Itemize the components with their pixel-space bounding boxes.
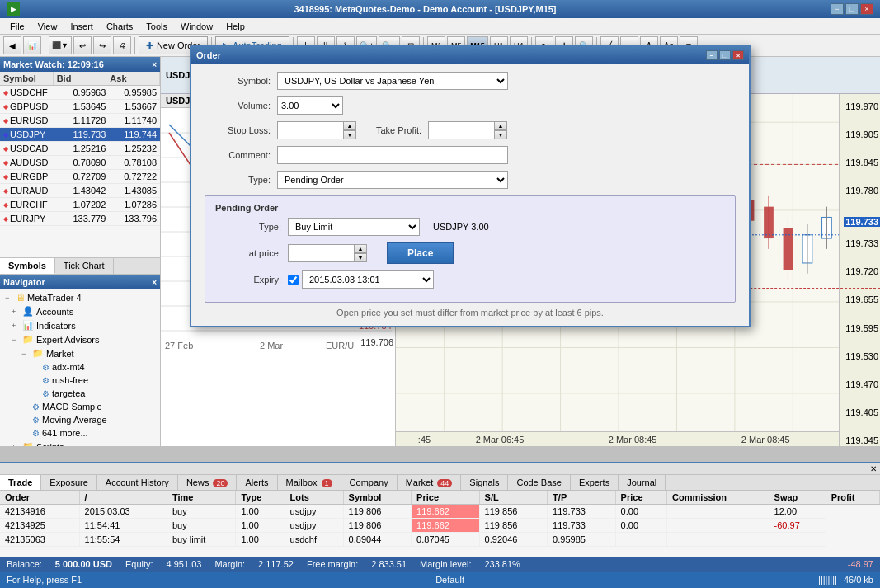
pending-type-select[interactable]: Buy Limit <box>288 218 420 236</box>
nav-item-ma[interactable]: ⚙ Moving Average <box>2 413 158 426</box>
toolbar-btn-profiles[interactable]: ⬛▼ <box>49 36 72 54</box>
symbol-select[interactable]: USDJPY, US Dollar vs Japanese Yen <box>277 72 508 90</box>
sl-up[interactable]: ▲ <box>343 121 356 130</box>
sl-down[interactable]: ▼ <box>343 130 356 139</box>
tab-signals[interactable]: Signals <box>461 475 508 490</box>
at-price-field[interactable]: 120.400 <box>288 244 354 262</box>
stop-loss-field[interactable]: 120.050 <box>277 121 343 139</box>
folder-icon-scripts: 📁 <box>22 441 34 446</box>
mw-row-usdcad[interactable]: ◆USDCAD 1.25216 1.25232 <box>0 142 160 156</box>
toolbar-btn-undo[interactable]: ↩ <box>73 36 92 54</box>
nav-item-market[interactable]: − 📁 Market <box>2 346 158 360</box>
dialog-min-btn[interactable]: − <box>706 50 718 60</box>
toolbar-btn-redo[interactable]: ↪ <box>93 36 111 54</box>
maximize-button[interactable]: □ <box>845 3 859 15</box>
separator-1 <box>45 37 45 54</box>
cell-sl-1: 119.662 <box>412 519 480 533</box>
tp-up[interactable]: ▲ <box>494 121 507 130</box>
navigator-panel: Navigator × − 🖥 MetaTrader 4 + 👤 Account… <box>0 274 160 446</box>
col-symbol: Symbol <box>0 72 54 85</box>
nav-item-scripts[interactable]: + 📁 Scripts <box>2 440 158 446</box>
tab-market[interactable]: Market 44 <box>398 475 462 490</box>
dialog-max-btn[interactable]: □ <box>719 50 731 60</box>
diamond-icon-9: ◆ <box>3 215 8 223</box>
at-price-label: at price: <box>215 248 281 258</box>
trade-row-2[interactable]: 42135063 11:55:54 buy limit 1.00 usdchf … <box>0 533 880 547</box>
mw-row-audusd[interactable]: ◆AUDUSD 0.78090 0.78108 <box>0 156 160 170</box>
trade-table: Order / Time Type Lots Symbol Price S/L … <box>0 491 880 547</box>
trade-row-1[interactable]: 42134925 11:54:41 buy 1.00 usdjpy 119.80… <box>0 519 880 533</box>
place-button[interactable]: Place <box>387 242 454 264</box>
mw-row-eurjpy[interactable]: ◆EURJPY 133.779 133.796 <box>0 212 160 226</box>
mw-row-eurusd[interactable]: ◆EURUSD 1.11728 1.11740 <box>0 114 160 128</box>
market-watch-close[interactable]: × <box>152 60 157 69</box>
close-button[interactable]: × <box>860 3 873 15</box>
toolbar-btn-chart-type[interactable]: 📊 <box>23 36 41 54</box>
mw-row-eurgbp[interactable]: ◆EURGBP 0.72709 0.72722 <box>0 170 160 184</box>
trade-table-body: 42134916 2015.03.03 buy 1.00 usdjpy 119.… <box>0 505 880 547</box>
tab-journal[interactable]: Journal <box>619 475 666 490</box>
toolbar-btn-back[interactable]: ◀ <box>3 36 21 54</box>
nav-item-targetea[interactable]: ⚙ targetea <box>2 387 158 400</box>
time-label-1: :45 <box>418 435 431 445</box>
svg-text:2 Mar: 2 Mar <box>260 341 283 350</box>
tab-account-history[interactable]: Account History <box>97 475 178 490</box>
menu-view[interactable]: View <box>31 20 64 33</box>
tab-news[interactable]: News 20 <box>178 475 238 490</box>
pending-title: Pending Order <box>215 203 725 213</box>
bottom-panel-close[interactable]: ✕ <box>867 463 880 474</box>
nav-item-indicators[interactable]: + 📊 Indicators <box>2 318 158 332</box>
bars-indicator: |||||||| <box>818 575 837 585</box>
mw-row-gbpusd[interactable]: ◆GBPUSD 1.53645 1.53667 <box>0 100 160 114</box>
tab-exposure[interactable]: Exposure <box>41 475 96 490</box>
menu-file[interactable]: File <box>3 20 31 33</box>
tab-experts[interactable]: Experts <box>571 475 619 490</box>
minimize-button[interactable]: − <box>831 3 844 15</box>
cell-curprice-2: 0.95985 <box>548 533 616 547</box>
menu-help[interactable]: Help <box>219 20 252 33</box>
col-curprice-header: Price <box>615 491 666 505</box>
item-icon-rush: ⚙ <box>42 376 49 385</box>
nav-item-root[interactable]: − 🖥 MetaTrader 4 <box>2 291 158 304</box>
tab-mailbox[interactable]: Mailbox 1 <box>278 475 341 490</box>
navigator-close[interactable]: × <box>152 278 157 287</box>
nav-item-more[interactable]: ⚙ 641 more... <box>2 426 158 440</box>
trade-row-0[interactable]: 42134916 2015.03.03 buy 1.00 usdjpy 119.… <box>0 505 880 519</box>
menu-window[interactable]: Window <box>174 20 219 33</box>
take-profit-field[interactable]: 120.800 <box>428 121 494 139</box>
tab-symbols[interactable]: Symbols <box>0 258 55 274</box>
price-down[interactable]: ▼ <box>354 253 367 262</box>
mw-row-usdchf[interactable]: ◆USDCHF 0.95963 0.95985 <box>0 86 160 100</box>
nav-item-accounts[interactable]: + 👤 Accounts <box>2 304 158 318</box>
toolbar-btn-print[interactable]: 🖨 <box>113 36 131 54</box>
menu-tools[interactable]: Tools <box>139 20 174 33</box>
pending-type-label: Type: <box>215 222 281 232</box>
mailbox-badge: 1 <box>322 479 332 487</box>
comment-field[interactable] <box>277 146 508 164</box>
volume-select[interactable]: 3.00 <box>277 96 343 115</box>
nav-item-rush[interactable]: ⚙ rush-free <box>2 374 158 387</box>
expiry-checkbox[interactable] <box>288 275 299 285</box>
tab-tick-chart[interactable]: Tick Chart <box>55 258 114 274</box>
tab-company[interactable]: Company <box>341 475 398 490</box>
nav-item-experts[interactable]: − 📁 Expert Advisors <box>2 332 158 346</box>
expiry-select[interactable]: 2015.03.03 13:01 <box>302 270 434 289</box>
menu-charts[interactable]: Charts <box>100 20 139 33</box>
type-select[interactable]: Pending Order <box>277 171 508 189</box>
dialog-close-btn[interactable]: × <box>732 50 744 60</box>
stop-loss-label: Stop Loss: <box>205 125 271 135</box>
nav-item-macd[interactable]: ⚙ MACD Sample <box>2 400 158 413</box>
menu-insert[interactable]: Insert <box>64 20 100 33</box>
tab-alerts[interactable]: Alerts <box>237 475 277 490</box>
mw-row-usdjpy[interactable]: ◆USDJPY 119.733 119.744 <box>0 128 160 142</box>
mw-row-eurchf[interactable]: ◆EURCHF 1.07202 1.07286 <box>0 198 160 212</box>
folder-icon-market: 📁 <box>32 348 44 359</box>
cell-commission-0: 0.00 <box>615 505 666 519</box>
tab-trade[interactable]: Trade <box>0 475 41 490</box>
tp-down[interactable]: ▼ <box>494 130 507 139</box>
mw-row-euraud[interactable]: ◆EURAUD 1.43042 1.43085 <box>0 184 160 198</box>
tab-codebase[interactable]: Code Base <box>508 475 570 490</box>
price-up[interactable]: ▲ <box>354 244 367 253</box>
nav-item-adx[interactable]: ⚙ adx-mt4 <box>2 360 158 374</box>
price-5: 119.733 <box>845 238 878 248</box>
